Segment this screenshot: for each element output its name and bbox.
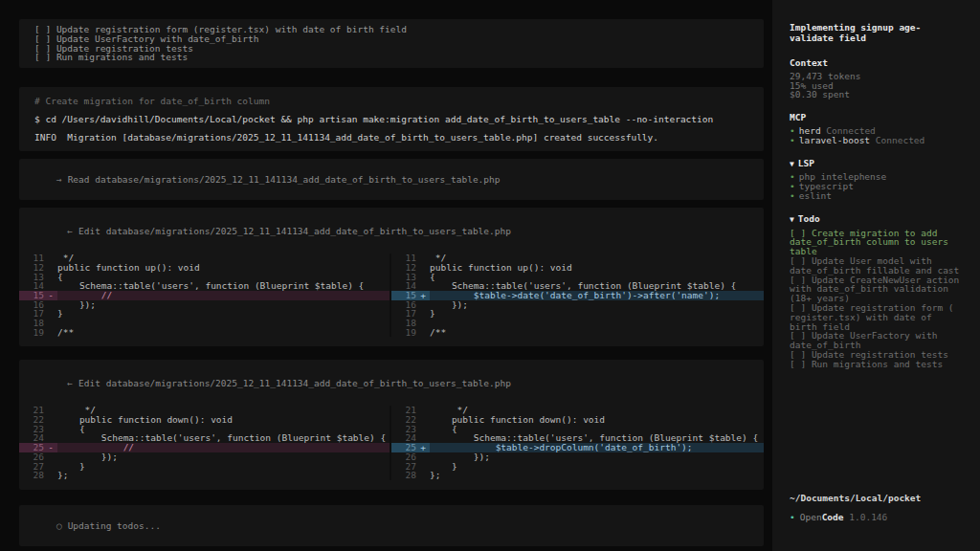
diff-old-side: 11 */ 12public function up(): void 13{ 1… [19,253,391,337]
edit-action-label: Edit [78,378,100,388]
diff-line: 23 { [391,425,764,434]
diff-line: 19/** [391,328,764,338]
edit-arrow-icon: ← [67,226,73,236]
diff-panel-up-method: ←Edit database/migrations/2025_12_11_141… [19,208,764,346]
diff-line-removed: 25- // [19,443,390,452]
diff-old-side: 21 */ 22 public function down(): void 23… [19,406,391,480]
diff-body: 21 */ 22 public function down(): void 23… [19,406,764,480]
shell-result: INFO Migration [database/migrations/2025… [34,132,748,143]
diff-body: 11 */ 12public function up(): void 13{ 1… [19,253,764,337]
session-title: Implementing signup age-validate field [790,23,963,43]
diff-line: 21 */ [391,406,764,415]
mcp-header: MCP [790,113,963,122]
shell-output-panel: # Create migration for date_of_birth col… [19,87,764,151]
read-arrow-icon: → [56,174,62,185]
diff-line: 27 } [19,462,390,472]
updating-todos-label: Updating todos... [68,520,161,531]
sidebar-todo-item-active: [ ] Create migration to add date_of_birt… [790,229,963,256]
app-name-suffix: Code [822,512,844,522]
diff-line: 21 */ [19,406,390,415]
diff-line: 16 }); [19,300,390,310]
spinner-icon: ○ [56,520,62,531]
context-section: Context 29,473 tokens 15% used $0.30 spe… [790,58,963,99]
diff-line: 26 }); [19,452,390,462]
todo-list-panel: [ ] Update registration form (register.t… [19,19,764,68]
diff-line: 17} [19,309,390,319]
todo-section: ▼Todo [ ] Create migration to add date_o… [790,214,963,369]
chevron-down-icon: ▼ [790,160,794,168]
diff-line-added: 15+ $table->date('date_of_birth')->after… [391,291,764,300]
bullet-icon: • [790,135,795,145]
diff-line: 14 Schema::table('users', function (Blue… [19,281,390,291]
diff-line: 23 { [19,425,390,434]
todo-line: [ ] Run migrations and tests [34,53,748,62]
diff-line: 19/** [19,328,390,338]
diff-line: 27 } [391,462,764,472]
bullet-icon: • [790,190,795,201]
app-version: 1.0.146 [849,512,887,522]
read-action-label: Read [68,174,90,185]
context-header: Context [790,58,963,68]
lsp-header: ▼LSP [790,159,963,169]
diff-new-side: 11 */ 12public function up(): void 13{ 1… [391,253,764,337]
diff-header: ←Edit database/migrations/2025_12_11_141… [19,367,764,406]
sidebar-todo-item: [ ] Update CreateNewUser action with dat… [790,276,963,303]
sidebar-todo-item: [ ] Update UserFactory with date_of_birt… [790,331,963,350]
edit-file-path: database/migrations/2025_12_11_141134_ad… [106,378,511,388]
diff-line: 24 Schema::table('users', function (Blue… [391,433,764,443]
updating-todos-row: ○Updating todos... [19,505,764,546]
app-version-row: •OpenCode 1.0.146 [790,513,921,522]
diff-line: 11 */ [391,253,764,263]
sidebar-todo-item: [ ] Update registration form ( register.… [790,303,963,331]
sidebar-todo-item: [ ] Run migrations and tests [790,360,963,369]
diff-line: 16 }); [391,300,764,310]
app-name-prefix: Open [800,512,822,522]
lsp-item: •eslint [790,191,963,201]
context-spent: $0.30 spent [790,90,963,99]
diff-line-added: 25+ $table->dropColumn('date_of_birth'); [391,443,764,452]
status-dot-icon: • [790,512,795,522]
chevron-down-icon: ▼ [790,215,794,224]
diff-line: 11 */ [19,253,390,263]
read-file-path: database/migrations/2025_12_11_141134_ad… [95,174,500,185]
sidebar-todo-item: [ ] Update User model with date_of_birth… [790,256,963,276]
diff-new-side: 21 */ 22 public function down(): void 23… [391,406,764,480]
diff-line: 12public function up(): void [19,263,390,273]
diff-line: 28}; [19,471,390,480]
diff-line: 18 [391,319,764,328]
read-tool-row: →Read database/migrations/2025_12_11_141… [19,159,764,200]
shell-comment: # Create migration for date_of_birth col… [34,96,748,106]
diff-line: 13{ [391,273,764,282]
session-sidebar: Implementing signup age-validate field C… [772,0,980,551]
edit-arrow-icon: ← [67,378,73,388]
diff-line: 14 Schema::table('users', function (Blue… [391,281,764,291]
diff-line: 26 }); [391,452,764,462]
diff-line: 12public function up(): void [391,263,764,273]
main-column: [ ] Update registration form (register.t… [19,19,764,551]
edit-file-path: database/migrations/2025_12_11_141134_ad… [106,226,511,236]
diff-line-removed: 15- // [19,291,390,300]
diff-line: 17} [391,309,764,319]
mcp-item: •laravel-boost Connected [790,136,963,145]
diff-line: 28}; [391,471,764,480]
todo-header: ▼Todo [790,214,963,225]
diff-line: 13{ [19,273,390,282]
mcp-section: MCP •herd Connected •laravel-boost Conne… [790,113,963,144]
lsp-section: ▼LSP •php intelephense •typescript •esli… [790,159,963,201]
shell-command: $ cd /Users/davidhill/Documents/Local/po… [34,114,748,124]
diff-line: 24 Schema::table('users', function (Blue… [19,433,390,443]
diff-panel-down-method: ←Edit database/migrations/2025_12_11_141… [19,360,764,490]
sidebar-footer: ~/Documents/Local/pocket •OpenCode 1.0.1… [790,494,921,522]
diff-line: 22 public function down(): void [391,415,764,425]
diff-header: ←Edit database/migrations/2025_12_11_141… [19,215,764,253]
edit-action-label: Edit [78,226,100,236]
diff-line: 22 public function down(): void [19,415,390,425]
working-directory: ~/Documents/Local/pocket [790,494,921,503]
diff-line: 18 [19,319,390,328]
